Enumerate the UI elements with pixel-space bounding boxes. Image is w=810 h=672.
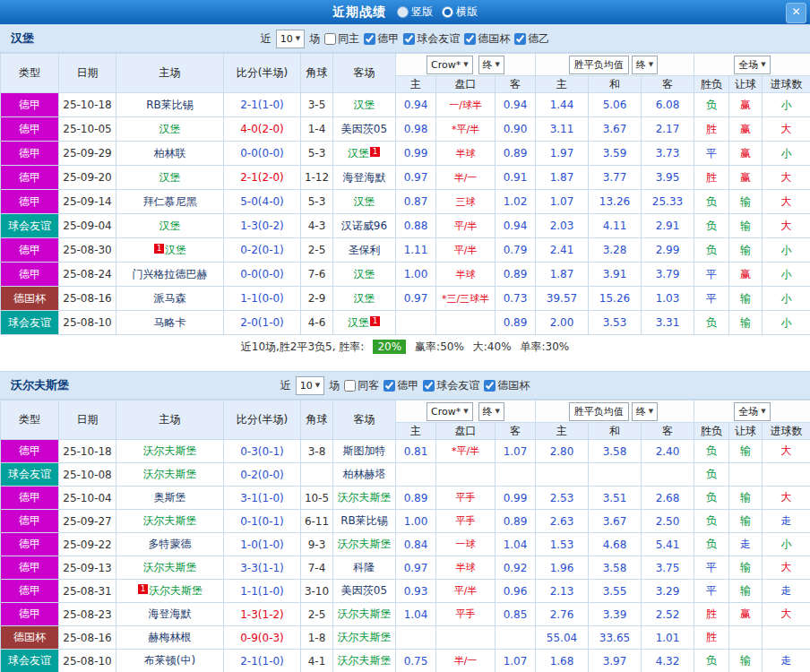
recent-count-select[interactable]: 10▼ (296, 376, 324, 395)
avg-home-cell: 2.03 (536, 214, 589, 238)
match-row: 球会友谊25-10-08沃尔夫斯堡0-2(0-0)柏林赫塔负 (1, 463, 810, 487)
close-button[interactable]: ✕ (786, 3, 806, 23)
chevron-down-icon: ▼ (315, 382, 320, 389)
filter-checkbox-2[interactable]: 球会友谊 (423, 378, 479, 393)
away-cell: 汉堡1 (333, 142, 396, 166)
odds-away-cell: 0.99 (495, 487, 536, 510)
filter-checkbox-input[interactable] (344, 380, 356, 392)
outcome-cell: 大 (763, 166, 810, 190)
outcome-cell: 输 (729, 440, 763, 463)
col-type: 类型 (1, 401, 59, 440)
home-cell: 派马森 (116, 287, 224, 311)
outcome-cell (729, 463, 763, 487)
filter-checkbox-3[interactable]: 德国杯 (464, 31, 510, 47)
team-name: 沃尔夫斯堡 (338, 631, 392, 643)
team-name: 柏林赫塔 (343, 468, 386, 480)
team-name: 科隆 (354, 561, 375, 573)
avg-away-cell: 3.29 (642, 580, 694, 603)
score-text: 3-3(1-1) (240, 562, 284, 574)
col-corner: 角球 (301, 401, 333, 440)
match-row: 德甲25-09-27沃尔夫斯堡0-1(0-1)6-11RB莱比锡1.00平手0.… (1, 510, 810, 533)
league-cell: 德甲 (1, 238, 59, 263)
chevron-down-icon: ▼ (761, 61, 765, 68)
filter-checkbox-input[interactable] (383, 380, 395, 392)
handicap-cell: 一/球半 (436, 93, 495, 117)
home-cell: 汉堡 (116, 117, 224, 142)
outcome-cell: 负 (694, 190, 729, 214)
date-cell: 25-09-20 (59, 166, 116, 190)
filter-checkbox-input[interactable] (514, 33, 526, 45)
avg-away-cell (642, 463, 694, 487)
summary-stat: 单率:30% (521, 340, 570, 355)
col-avg-draw: 和 (589, 423, 642, 440)
filter-checkbox-input[interactable] (484, 380, 495, 392)
filter-checkbox-2[interactable]: 球会友谊 (403, 31, 460, 47)
avg-label-box[interactable]: 胜平负均值 (569, 56, 629, 74)
filter-checkbox-input[interactable] (423, 380, 435, 392)
layout-option-horizontal[interactable]: 横版 (442, 4, 478, 20)
bookmaker-select[interactable]: Crow*▼ (427, 56, 473, 74)
avg-final-select[interactable]: 终▼ (632, 402, 658, 421)
odds-final-select[interactable]: 终▼ (478, 402, 504, 421)
filter-checkbox-3[interactable]: 德国杯 (484, 378, 530, 393)
filter-checkbox-0[interactable]: 同主 (324, 31, 359, 47)
score-text: 0-0(0-0) (240, 147, 284, 159)
filter-checkbox-4[interactable]: 德乙 (514, 31, 549, 47)
outcome-text: 负 (706, 316, 717, 329)
score-cell: 0-1(0-1) (224, 510, 301, 533)
avg-away-cell: 2.40 (642, 440, 694, 463)
team-name: 汉堡 (159, 220, 181, 232)
team-section: 汉堡近10▼场同主德甲球会友谊德国杯德乙类型日期主场比分(半场)角球客场Crow… (0, 24, 810, 358)
games-label: 场 (329, 378, 340, 393)
odds-home-cell: 0.88 (396, 214, 436, 238)
outcome-text: 大 (781, 195, 792, 208)
team-name: 赫梅林根 (149, 631, 192, 643)
handicap-cell: 半/一 (436, 650, 495, 672)
date-cell: 25-08-24 (59, 263, 116, 287)
team-name: 汉堡 (165, 244, 186, 256)
bookmaker-select[interactable]: Crow*▼ (427, 402, 473, 421)
date-cell: 25-08-10 (59, 311, 116, 335)
fullmatch-select[interactable]: 全场▼ (734, 56, 770, 74)
corner-cell: 6-11 (301, 510, 333, 533)
score-text: 0-0(0-0) (240, 268, 284, 280)
fullmatch-select[interactable]: 全场▼ (734, 402, 770, 421)
score-cell: 2-1(2-0) (224, 166, 301, 190)
home-cell: 拜仁慕尼黑 (116, 190, 224, 214)
date-cell: 25-09-27 (59, 510, 116, 533)
avg-final-select[interactable]: 终▼ (632, 56, 658, 74)
filter-checkbox-1[interactable]: 德甲 (364, 31, 399, 47)
odds-final-select[interactable]: 终▼ (478, 56, 504, 74)
outcome-cell: 负 (694, 650, 729, 672)
date-cell: 25-09-22 (59, 533, 116, 556)
avg-home-cell: 2.53 (536, 487, 589, 510)
outcome-cell: 走 (763, 580, 810, 603)
match-row: 德甲25-08-24门兴格拉德巴赫0-0(0-0)7-6汉堡1.00半球0.89… (1, 263, 810, 287)
avg-away-cell: 3.75 (642, 556, 694, 580)
score-cell: 0-9(0-3) (224, 626, 301, 650)
outcome-text: 走 (781, 654, 792, 667)
score-text: 1-1(1-0) (240, 585, 284, 598)
filter-checkbox-input[interactable] (464, 33, 476, 45)
outcome-text: 大 (781, 171, 792, 184)
avg-draw-cell: 3.55 (589, 580, 642, 603)
filter-checkbox-label: 球会友谊 (436, 378, 479, 393)
filter-checkbox-label: 德国杯 (497, 378, 530, 393)
odds-home-cell: 0.97 (396, 287, 436, 311)
odds-away-cell: 0.89 (495, 142, 536, 166)
filter-checkbox-input[interactable] (403, 33, 415, 45)
outcome-cell: 胜 (694, 166, 729, 190)
recent-count-select[interactable]: 10▼ (276, 30, 305, 48)
filter-checkbox-input[interactable] (364, 33, 375, 45)
avg-label-box[interactable]: 胜平负均值 (569, 402, 629, 421)
league-cell: 德甲 (1, 510, 59, 533)
outcome-cell: 输 (729, 487, 763, 510)
filter-checkbox-input[interactable] (324, 33, 336, 45)
summary-stat: 赢率:50% (415, 340, 464, 355)
odds-header: Crow*▼终▼ (396, 54, 536, 76)
layout-option-vertical[interactable]: 竖版 (397, 4, 433, 20)
recent-label: 近 (261, 31, 271, 47)
filter-checkbox-0[interactable]: 同客 (344, 378, 379, 393)
filter-checkbox-1[interactable]: 德甲 (383, 378, 418, 393)
score-text: 1-0(1-0) (240, 538, 284, 551)
